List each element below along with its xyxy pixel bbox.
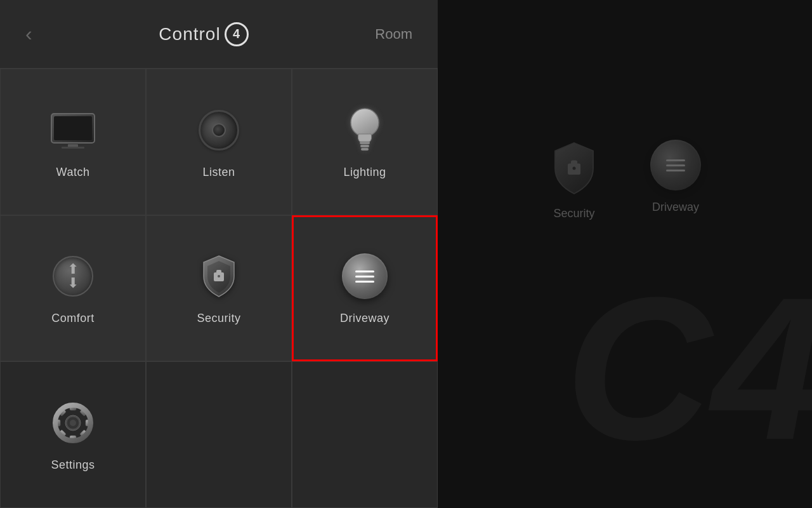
grid-empty-3 (292, 361, 438, 508)
lighting-icon-container (339, 105, 390, 156)
grid-empty-2 (146, 361, 292, 508)
right-panel: C4 Security (438, 0, 812, 508)
speaker-icon (199, 110, 239, 150)
speaker-inner (212, 123, 226, 137)
menu-lines (355, 271, 374, 283)
svg-point-22 (70, 420, 76, 426)
menu-grid: Watch Listen (0, 69, 438, 508)
svg-point-4 (351, 109, 379, 137)
right-menu-lines (666, 159, 685, 171)
right-menu-line-2 (666, 164, 685, 166)
svg-rect-6 (360, 145, 369, 147)
comfort-icon: ⬆⬇ (53, 256, 93, 297)
c4-background-logo: C4 (565, 267, 812, 470)
listen-label: Listen (202, 166, 235, 179)
menu-line-3 (355, 281, 374, 283)
logo: Control (159, 22, 248, 46)
driveway-icon-container (339, 251, 390, 302)
header: ‹ Control Room (0, 0, 438, 69)
driveway-label: Driveway (340, 312, 390, 325)
watch-icon-container (48, 105, 98, 156)
grid-item-security[interactable]: Security (146, 215, 292, 362)
right-menu-line-1 (666, 159, 685, 161)
right-driveway-item: Driveway (650, 140, 701, 220)
menu-ball-icon (342, 253, 388, 299)
grid-item-driveway[interactable]: Driveway (292, 215, 438, 362)
gear-icon (50, 400, 96, 446)
svg-point-25 (573, 167, 576, 170)
right-menu-line-3 (666, 170, 685, 171)
menu-line-2 (355, 276, 374, 277)
svg-point-10 (218, 275, 220, 277)
comfort-icon-container: ⬆⬇ (48, 251, 98, 302)
comfort-arrows: ⬆⬇ (67, 262, 79, 290)
logo-text: Control (159, 24, 220, 44)
grid-item-settings[interactable]: Settings (0, 361, 146, 508)
settings-label: Settings (51, 458, 95, 472)
back-button[interactable]: ‹ (25, 22, 32, 46)
menu-line-1 (355, 271, 374, 272)
header-room: Room (375, 26, 412, 43)
grid-item-watch[interactable]: Watch (0, 69, 146, 215)
lighting-label: Lighting (343, 166, 386, 179)
settings-icon-container (48, 398, 98, 448)
left-panel: ‹ Control Room (0, 0, 438, 508)
grid-item-comfort[interactable]: ⬆⬇ Comfort (0, 215, 146, 362)
tv-icon (50, 111, 96, 149)
watch-label: Watch (56, 166, 90, 179)
right-menu-ball (650, 140, 701, 190)
right-shield-icon (549, 140, 599, 197)
security-label: Security (197, 312, 240, 325)
grid-item-lighting[interactable]: Lighting (292, 69, 438, 215)
svg-rect-5 (360, 142, 370, 144)
right-driveway-icon (650, 140, 701, 190)
listen-icon-container (193, 105, 244, 156)
svg-rect-7 (361, 148, 369, 150)
security-icon-container (193, 251, 244, 302)
svg-rect-1 (54, 116, 92, 140)
bulb-icon (346, 105, 384, 156)
right-security-label: Security (553, 207, 594, 220)
right-icons-row: Security Driveway (438, 0, 812, 220)
comfort-label: Comfort (51, 312, 95, 325)
logo-circle (225, 22, 249, 46)
grid-item-listen[interactable]: Listen (146, 69, 292, 215)
right-driveway-label: Driveway (652, 201, 699, 214)
svg-rect-3 (62, 147, 84, 149)
right-security-item: Security (549, 140, 599, 220)
shield-icon (199, 253, 239, 299)
